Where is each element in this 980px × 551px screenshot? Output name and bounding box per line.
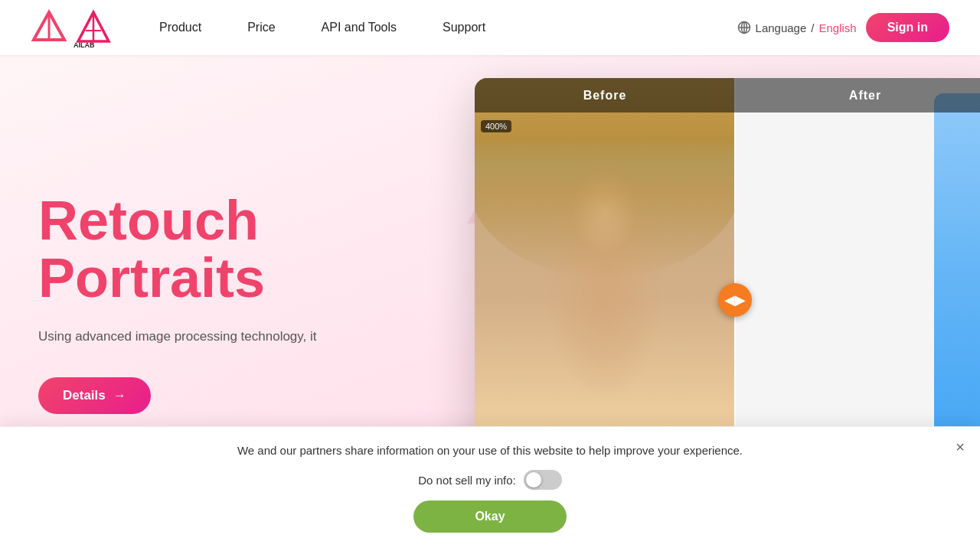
- language-label: Language: [756, 21, 807, 34]
- navbar: AILAB TOOLS Product Price API and Tools …: [0, 0, 980, 55]
- cookie-banner: × We and our partners share information …: [0, 426, 980, 552]
- do-not-sell-toggle[interactable]: [524, 470, 562, 490]
- right-card-peek: [934, 93, 980, 461]
- logo-icon: [31, 9, 67, 46]
- logo[interactable]: AILAB TOOLS: [31, 8, 113, 47]
- nav-support[interactable]: Support: [443, 21, 485, 34]
- nav-product[interactable]: Product: [159, 21, 201, 34]
- zoom-badge: 400%: [481, 120, 511, 132]
- nav-api-tools[interactable]: API and Tools: [322, 21, 397, 34]
- okay-button[interactable]: Okay: [413, 500, 566, 533]
- close-button[interactable]: ×: [956, 439, 965, 455]
- cookie-message: We and our partners share information on…: [237, 442, 743, 460]
- before-label: Before: [475, 78, 735, 112]
- details-label: Details: [63, 388, 106, 403]
- hero-description: Using advanced image processing technolo…: [38, 326, 368, 347]
- drag-handle[interactable]: ◀▶: [718, 283, 752, 317]
- after-label: After: [735, 78, 980, 112]
- hero-title: Retouch Portraits: [38, 192, 368, 308]
- cookie-toggle-label: Do not sell my info:: [418, 474, 516, 487]
- nav-price[interactable]: Price: [247, 21, 275, 34]
- language-separator: /: [811, 21, 814, 34]
- details-button[interactable]: Details →: [38, 377, 151, 414]
- globe-icon: [737, 21, 751, 34]
- svg-text:AILAB: AILAB: [74, 41, 95, 47]
- nav-right: Language / English Sign in: [737, 13, 949, 42]
- details-arrow-icon: →: [113, 388, 126, 403]
- nav-links: Product Price API and Tools Support: [159, 21, 737, 34]
- toggle-thumb: [526, 472, 541, 487]
- sign-in-button[interactable]: Sign in: [866, 13, 949, 42]
- language-value: English: [818, 21, 856, 34]
- drag-arrows-icon: ◀▶: [724, 293, 746, 307]
- language-selector[interactable]: Language / English: [737, 21, 857, 34]
- comparison-labels: Before After: [475, 78, 980, 112]
- cookie-toggle-row: Do not sell my info:: [418, 470, 562, 490]
